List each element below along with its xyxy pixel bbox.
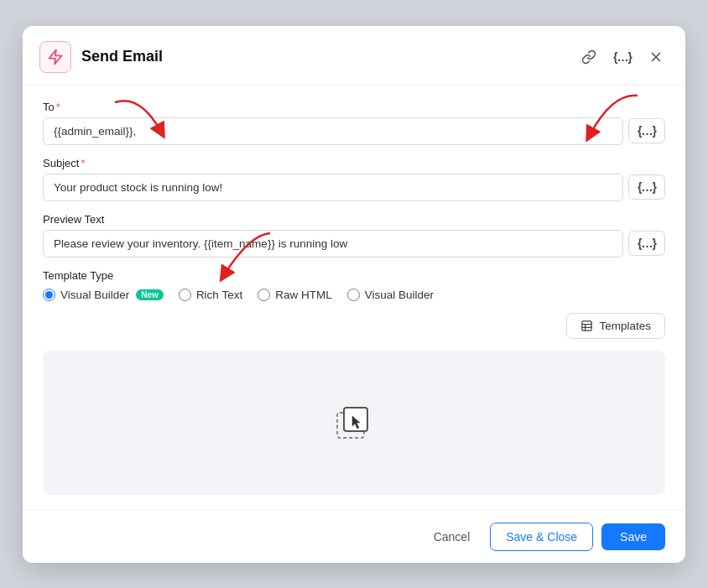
to-variable-button[interactable]: {…}: [628, 118, 665, 143]
builder-icon: [332, 401, 376, 445]
radio-raw-html-label: Raw HTML: [275, 289, 332, 301]
cancel-button[interactable]: Cancel: [422, 523, 482, 550]
radio-visual-builder-label: Visual Builder: [60, 289, 129, 301]
modal-header: Send Email {…}: [23, 26, 685, 86]
radio-visual-builder2-label: Visual Builder: [365, 289, 434, 301]
link-button[interactable]: [576, 46, 601, 68]
builder-paste-icon: [332, 401, 376, 445]
radio-visual-builder-input[interactable]: [43, 289, 55, 301]
templates-table-icon: [580, 320, 593, 332]
variables-header-icon: {…}: [613, 50, 632, 64]
preview-text-input[interactable]: [43, 230, 623, 258]
templates-row: Templates: [43, 313, 665, 339]
modal-title: Send Email: [81, 48, 566, 65]
link-icon: [581, 49, 596, 65]
preview-var-icon: {…}: [638, 237, 656, 250]
new-badge: New: [136, 289, 164, 300]
builder-area: [43, 351, 665, 495]
subject-field-group: Subject* {…}: [43, 157, 665, 201]
subject-variable-button[interactable]: {…}: [628, 174, 665, 200]
save-close-button[interactable]: Save & Close: [490, 523, 593, 551]
radio-rich-text[interactable]: Rich Text: [179, 289, 242, 301]
radio-visual-builder2[interactable]: Visual Builder: [347, 289, 434, 301]
preview-text-label: Preview Text: [43, 213, 665, 226]
subject-var-icon: {…}: [638, 180, 656, 194]
preview-text-field-group: Preview Text {…}: [43, 213, 665, 258]
svg-rect-2: [582, 320, 591, 330]
modal-header-icon: [39, 41, 71, 73]
radio-rich-text-label: Rich Text: [196, 289, 242, 301]
to-input[interactable]: [43, 117, 623, 145]
preview-variable-button[interactable]: {…}: [628, 231, 665, 256]
lightning-icon: [47, 49, 64, 65]
radio-raw-html-input[interactable]: [258, 289, 270, 301]
close-icon: [648, 49, 664, 65]
radio-rich-text-input[interactable]: [179, 289, 191, 301]
header-actions: {…}: [576, 46, 669, 68]
radio-raw-html[interactable]: Raw HTML: [258, 289, 332, 301]
templates-button[interactable]: Templates: [566, 313, 665, 339]
modal-body: To* {…} Subject* {…} Preview Te: [23, 86, 685, 510]
radio-visual-builder[interactable]: Visual Builder New: [43, 289, 164, 301]
templates-button-label: Templates: [599, 320, 651, 332]
modal-footer: Cancel Save & Close Save: [23, 510, 685, 563]
close-button[interactable]: [643, 46, 669, 68]
radio-visual-builder2-input[interactable]: [347, 289, 360, 301]
template-type-radio-group: Visual Builder New Rich Text Raw HTML Vi…: [43, 289, 665, 301]
send-email-modal: Send Email {…}: [23, 26, 685, 563]
to-input-row: {…}: [43, 117, 665, 145]
template-type-label: Template Type: [43, 269, 665, 282]
to-label: To*: [43, 101, 665, 113]
preview-text-input-row: {…}: [43, 230, 665, 258]
template-type-section: Template Type Visual Builder New Rich Te…: [43, 269, 665, 301]
subject-input-row: {…}: [43, 174, 665, 201]
variables-header-button[interactable]: {…}: [608, 47, 637, 67]
to-var-icon: {…}: [638, 124, 656, 138]
to-field-group: To* {…}: [43, 101, 665, 145]
subject-label: Subject*: [43, 157, 665, 169]
subject-input[interactable]: [43, 174, 623, 201]
save-button[interactable]: Save: [601, 523, 665, 550]
